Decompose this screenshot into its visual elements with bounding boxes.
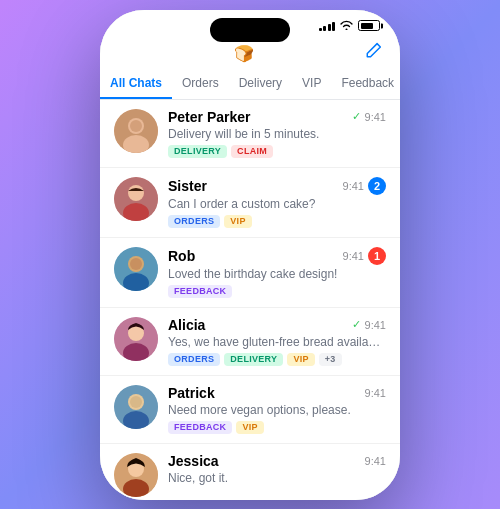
chat-time-area-jessica: 9:41 <box>365 455 386 467</box>
chat-item-jessica[interactable]: Jessica9:41Nice, got it. <box>100 444 400 500</box>
battery-icon <box>358 20 380 31</box>
tag-more-alicia: +3 <box>319 353 342 366</box>
tag-delivery-peter: DELIVERY <box>168 145 227 158</box>
svg-point-17 <box>130 396 142 408</box>
tag-delivery-alicia: DELIVERY <box>224 353 283 366</box>
chat-time-area-peter: ✓9:41 <box>352 110 386 123</box>
tag-feedback-rob: FEEDBACK <box>168 285 232 298</box>
chat-content-rob: Rob9:411Loved the birthday cake design!F… <box>168 247 386 298</box>
chat-time-area-patrick: 9:41 <box>365 387 386 399</box>
tab-orders[interactable]: Orders <box>172 69 229 99</box>
avatar-alicia <box>114 317 158 361</box>
chat-name-sister: Sister <box>168 178 207 194</box>
title-emoji: 🍞 <box>234 44 254 63</box>
chat-header-rob: Rob9:411 <box>168 247 386 265</box>
tag-claim-peter: CLAIM <box>231 145 273 158</box>
svg-point-3 <box>130 120 142 132</box>
chat-name-rob: Rob <box>168 248 195 264</box>
tab-vip[interactable]: VIP <box>292 69 331 99</box>
phone-frame: 🍞 All Chats Orders Delivery VIP Feedback… <box>100 10 400 500</box>
tag-vip-patrick: VIP <box>236 421 263 434</box>
tags-row-alicia: ORDERSDELIVERYVIP+3 <box>168 353 386 366</box>
chat-item-rob[interactable]: Rob9:411Loved the birthday cake design!F… <box>100 238 400 308</box>
chat-header-alicia: Alicia✓9:41 <box>168 317 386 333</box>
chat-list: Peter Parker✓9:41Delivery will be in 5 m… <box>100 100 400 500</box>
chat-preview-peter: Delivery will be in 5 minutes. <box>168 127 386 141</box>
chat-content-patrick: Patrick9:41Need more vegan options, plea… <box>168 385 386 434</box>
chat-header-patrick: Patrick9:41 <box>168 385 386 401</box>
chat-header-peter: Peter Parker✓9:41 <box>168 109 386 125</box>
chat-header-jessica: Jessica9:41 <box>168 453 386 469</box>
avatar-sister <box>114 177 158 221</box>
avatar-rob <box>114 247 158 291</box>
chat-time-area-rob: 9:411 <box>343 247 386 265</box>
chat-preview-sister: Can I order a custom cake? <box>168 197 386 211</box>
tab-all-chats[interactable]: All Chats <box>100 69 172 99</box>
tag-vip-alicia: VIP <box>287 353 314 366</box>
compose-button[interactable] <box>364 42 382 65</box>
avatar-peter <box>114 109 158 153</box>
chat-item-peter[interactable]: Peter Parker✓9:41Delivery will be in 5 m… <box>100 100 400 168</box>
read-check-peter: ✓ <box>352 110 361 123</box>
chat-name-jessica: Jessica <box>168 453 219 469</box>
chat-content-alicia: Alicia✓9:41Yes, we have gluten-free brea… <box>168 317 386 366</box>
tabs-bar: All Chats Orders Delivery VIP Feedback <box>100 69 400 100</box>
signal-bars-icon <box>319 21 336 31</box>
tags-row-sister: ORDERSVIP <box>168 215 386 228</box>
chat-item-alicia[interactable]: Alicia✓9:41Yes, we have gluten-free brea… <box>100 308 400 376</box>
svg-point-10 <box>130 258 142 270</box>
chat-preview-rob: Loved the birthday cake design! <box>168 267 386 281</box>
tag-orders-alicia: ORDERS <box>168 353 220 366</box>
chat-preview-patrick: Need more vegan options, please. <box>168 403 386 417</box>
chat-time-area-sister: 9:412 <box>343 177 386 195</box>
tab-delivery[interactable]: Delivery <box>229 69 292 99</box>
chat-time-patrick: 9:41 <box>365 387 386 399</box>
chat-time-rob: 9:41 <box>343 250 364 262</box>
unread-badge-rob: 1 <box>368 247 386 265</box>
chat-time-sister: 9:41 <box>343 180 364 192</box>
status-icons <box>319 20 381 32</box>
chat-time-area-alicia: ✓9:41 <box>352 318 386 331</box>
chat-item-patrick[interactable]: Patrick9:41Need more vegan options, plea… <box>100 376 400 444</box>
chat-item-sister[interactable]: Sister9:412Can I order a custom cake?ORD… <box>100 168 400 238</box>
chat-name-alicia: Alicia <box>168 317 205 333</box>
nav-title-area: 🍞 <box>229 44 254 63</box>
tags-row-rob: FEEDBACK <box>168 285 386 298</box>
chat-content-peter: Peter Parker✓9:41Delivery will be in 5 m… <box>168 109 386 158</box>
wifi-icon <box>340 20 353 32</box>
tag-orders-sister: ORDERS <box>168 215 220 228</box>
avatar-jessica <box>114 453 158 497</box>
chat-name-patrick: Patrick <box>168 385 215 401</box>
avatar-patrick <box>114 385 158 429</box>
chat-preview-alicia: Yes, we have gluten-free bread available… <box>168 335 386 349</box>
chat-content-jessica: Jessica9:41Nice, got it. <box>168 453 386 489</box>
tags-row-peter: DELIVERYCLAIM <box>168 145 386 158</box>
chat-content-sister: Sister9:412Can I order a custom cake?ORD… <box>168 177 386 228</box>
chat-time-jessica: 9:41 <box>365 455 386 467</box>
chat-preview-jessica: Nice, got it. <box>168 471 386 485</box>
dynamic-island <box>210 18 290 42</box>
unread-badge-sister: 2 <box>368 177 386 195</box>
read-check-alicia: ✓ <box>352 318 361 331</box>
tag-feedback-patrick: FEEDBACK <box>168 421 232 434</box>
chat-time-peter: 9:41 <box>365 111 386 123</box>
tags-row-patrick: FEEDBACKVIP <box>168 421 386 434</box>
chat-name-peter: Peter Parker <box>168 109 251 125</box>
svg-point-5 <box>128 185 144 201</box>
chat-time-alicia: 9:41 <box>365 319 386 331</box>
tag-vip-sister: VIP <box>224 215 251 228</box>
chat-header-sister: Sister9:412 <box>168 177 386 195</box>
tab-feedback[interactable]: Feedback <box>331 69 400 99</box>
